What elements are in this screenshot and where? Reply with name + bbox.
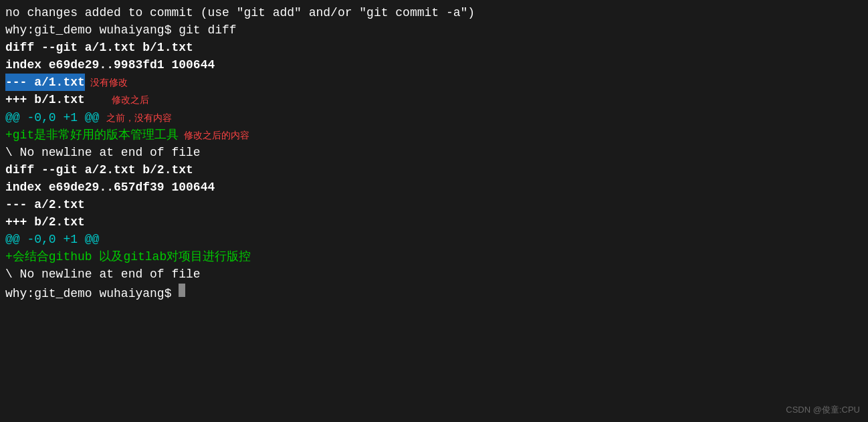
- terminal-line-16: \ No newline at end of file: [5, 266, 863, 283]
- annotation-before-empty: 之前，没有内容: [106, 111, 172, 124]
- terminal-line-5: --- a/1.txt 没有修改: [5, 74, 863, 91]
- terminal-line-1: no changes added to commit (use "git add…: [5, 4, 863, 21]
- line-text: no changes added to commit (use "git add…: [5, 4, 475, 21]
- terminal-line-8: +git是非常好用的版本管理工具 修改之后的内容: [5, 126, 863, 144]
- added-line-2: +会结合github 以及gitlab对项目进行版控: [5, 248, 251, 266]
- prompt: why:git_demo wuhaiyang$ git diff: [5, 21, 237, 39]
- terminal-line-3: diff --git a/1.txt b/1.txt: [5, 39, 863, 56]
- added-line-1: +git是非常好用的版本管理工具: [5, 126, 179, 144]
- terminal: no changes added to commit (use "git add…: [0, 0, 868, 422]
- line-text: diff --git a/1.txt b/1.txt: [5, 39, 193, 56]
- terminal-line-7: @@ -0,0 +1 @@ 之前，没有内容: [5, 109, 863, 126]
- terminal-line-9: \ No newline at end of file: [5, 144, 863, 161]
- terminal-line-13: +++ b/2.txt: [5, 213, 863, 231]
- hunk-header: @@ -0,0 +1 @@: [5, 109, 106, 126]
- terminal-line-15: +会结合github 以及gitlab对项目进行版控: [5, 248, 863, 266]
- terminal-line-14: @@ -0,0 +1 @@: [5, 231, 863, 248]
- terminal-line-6: +++ b/1.txt 修改之后: [5, 91, 863, 108]
- line-text: index e69de29..657df39 100644: [5, 179, 215, 196]
- minus-file: --- a/1.txt: [5, 74, 85, 91]
- annotation-changed-content: 修改之后的内容: [184, 128, 249, 142]
- annotation-no-change: 没有修改: [90, 76, 128, 89]
- final-prompt: why:git_demo wuhaiyang$: [5, 285, 179, 302]
- terminal-line-2: why:git_demo wuhaiyang$ git diff: [5, 21, 863, 39]
- annotation-after-change: 修改之后: [112, 93, 149, 106]
- terminal-line-11: index e69de29..657df39 100644: [5, 179, 863, 196]
- terminal-line-12: --- a/2.txt: [5, 196, 863, 213]
- terminal-line-4: index e69de29..9983fd1 100644: [5, 56, 863, 74]
- cursor: [179, 284, 185, 297]
- line-text: --- a/2.txt: [5, 196, 85, 213]
- line-text: +++ b/2.txt: [5, 213, 85, 231]
- line-text: diff --git a/2.txt b/2.txt: [5, 161, 193, 179]
- watermark: CSDN @俊童:CPU: [786, 404, 860, 417]
- no-newline-2: \ No newline at end of file: [5, 266, 201, 283]
- plus-file: +++ b/1.txt: [5, 91, 85, 108]
- terminal-line-10: diff --git a/2.txt b/2.txt: [5, 161, 863, 179]
- hunk-header-2: @@ -0,0 +1 @@: [5, 231, 99, 248]
- terminal-line-17: why:git_demo wuhaiyang$: [5, 284, 863, 302]
- line-text: index e69de29..9983fd1 100644: [5, 56, 215, 74]
- no-newline: \ No newline at end of file: [5, 144, 201, 161]
